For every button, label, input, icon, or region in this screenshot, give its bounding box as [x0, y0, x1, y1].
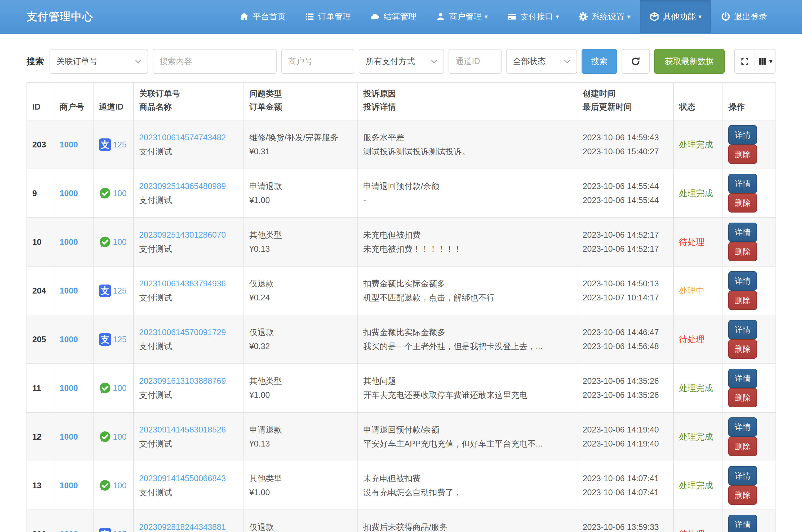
channel-id-link[interactable]: 100: [113, 430, 127, 444]
status-badge: 处理完成: [679, 481, 713, 490]
detail-button[interactable]: 详情: [728, 174, 757, 193]
channel-id-link[interactable]: 125: [113, 284, 127, 298]
merchant-link[interactable]: 1000: [60, 432, 78, 441]
keyword-input[interactable]: [152, 49, 277, 74]
merchant-cell: 1000: [54, 266, 93, 315]
channel-id-link[interactable]: 125: [113, 138, 127, 152]
order-number-link[interactable]: 2023092514301286070: [139, 230, 226, 240]
detail-button[interactable]: 详情: [728, 515, 757, 532]
product-name: 支付测试: [139, 145, 238, 158]
merchant-link[interactable]: 1000: [60, 383, 78, 393]
order-number-link[interactable]: 2023092818244343881: [139, 522, 226, 532]
order-cell: 2023100614574743482支付测试: [133, 120, 244, 169]
merchant-link[interactable]: 1000: [60, 286, 78, 296]
column-header-line: 投诉详情: [363, 100, 571, 114]
paytype-select[interactable]: 所有支付方式: [359, 49, 444, 74]
delete-button[interactable]: 删除: [728, 486, 757, 505]
channel-id-input[interactable]: [449, 49, 502, 74]
detail-button[interactable]: 详情: [728, 271, 757, 291]
merchant-link[interactable]: 1000: [60, 481, 78, 490]
order-number-link[interactable]: 2023100614570091729: [139, 328, 226, 337]
delete-button[interactable]: 删除: [728, 145, 757, 164]
time-cell: 2023-10-06 14:19:402023-10-06 14:19:40: [577, 412, 674, 461]
actions-cell: 详情删除: [723, 266, 776, 315]
order-amount: ¥0.24: [249, 291, 352, 305]
status-badge: 处理完成: [679, 432, 713, 441]
status-cell: 待处理: [674, 510, 723, 532]
merchant-link[interactable]: 1000: [60, 189, 78, 198]
nav-item-cube[interactable]: 其他功能▾: [640, 0, 711, 33]
detail-button[interactable]: 详情: [728, 417, 757, 437]
column-header: 操作: [723, 82, 776, 120]
status-cell: 处理完成: [674, 169, 723, 217]
merchant-link[interactable]: 1000: [60, 238, 78, 247]
merchant-cell: 1000: [54, 412, 93, 461]
nav-item-power[interactable]: 退出登录: [711, 0, 777, 33]
paytype-value: 所有支付方式: [366, 56, 415, 67]
refresh-button[interactable]: [622, 49, 650, 74]
order-number-link[interactable]: 2023100614574743482: [139, 133, 226, 142]
issue-type: 维修/换货/补发/完善服务: [249, 131, 352, 145]
search-field-select[interactable]: 关联订单号: [50, 49, 148, 74]
channel-id-link[interactable]: 100: [113, 478, 127, 493]
channel-id-link[interactable]: 100: [113, 235, 127, 249]
chevron-down-icon: ▾: [698, 14, 701, 20]
column-header: 状态: [674, 82, 723, 120]
nav-item-user[interactable]: 商户管理▾: [426, 0, 497, 33]
order-number-link[interactable]: 2023091613103888769: [139, 376, 226, 386]
status-select[interactable]: 全部状态: [506, 49, 577, 74]
detail-button[interactable]: 详情: [728, 320, 757, 339]
delete-button[interactable]: 删除: [728, 291, 757, 310]
wechat-icon: [99, 431, 111, 443]
channel-id-link[interactable]: 125: [113, 332, 127, 346]
detail-button[interactable]: 详情: [728, 369, 757, 388]
complaint-reason: 服务水平差: [363, 131, 571, 145]
fullscreen-button[interactable]: [734, 49, 755, 74]
columns-button[interactable]: ▾: [755, 49, 776, 74]
column-header-line: 商户号: [60, 100, 88, 114]
updated-time: 2023-10-06 14:55:44: [583, 193, 668, 207]
nav-item-list[interactable]: 订单管理: [295, 0, 361, 33]
issue-cell: 仅退款¥0.24: [244, 266, 358, 315]
delete-button[interactable]: 删除: [728, 193, 757, 212]
channel-id-link[interactable]: 100: [113, 381, 127, 395]
order-number-link[interactable]: 2023100614383794936: [139, 279, 226, 288]
issue-cell: 申请退款¥1.00: [244, 169, 358, 217]
detail-button[interactable]: 详情: [728, 223, 757, 242]
status-cell: 处理完成: [674, 364, 723, 412]
gear-icon: [578, 12, 588, 22]
detail-button[interactable]: 详情: [728, 125, 757, 145]
column-header-line: 操作: [728, 100, 770, 114]
delete-button[interactable]: 删除: [728, 339, 757, 359]
wechat-icon: [99, 479, 111, 492]
product-name: 支付测试: [139, 242, 238, 256]
search-button[interactable]: 搜索: [582, 49, 617, 74]
nav-item-label: 平台首页: [253, 11, 286, 22]
refresh-icon: [630, 56, 641, 67]
delete-button[interactable]: 删除: [728, 437, 757, 456]
fetch-latest-button[interactable]: 获取最新数据: [654, 49, 725, 74]
channel-id-link[interactable]: 125: [113, 527, 127, 532]
chevron-down-icon: ▾: [556, 14, 559, 20]
created-time: 2023-10-06 14:52:17: [583, 228, 668, 242]
complaint-detail: 我买的是一个王者外挂，但是我把卡没登上去，...: [363, 339, 571, 353]
nav-item-cloud[interactable]: 结算管理: [361, 0, 426, 33]
detail-button[interactable]: 详情: [728, 466, 757, 486]
merchant-link[interactable]: 1000: [60, 140, 78, 149]
table-row: 1010001002023092514301286070支付测试其他类型¥0.1…: [27, 217, 776, 266]
status-cell: 处理完成: [674, 120, 723, 169]
delete-button[interactable]: 删除: [728, 242, 757, 261]
order-number-link[interactable]: 2023091414583018526: [139, 425, 226, 434]
merchant-input[interactable]: [281, 49, 354, 74]
channel-id-link[interactable]: 100: [113, 186, 127, 201]
nav-item-gear[interactable]: 系统设置▾: [569, 0, 640, 33]
delete-button[interactable]: 删除: [728, 388, 757, 407]
nav-item-home[interactable]: 平台首页: [230, 0, 295, 33]
column-header: 创建时间最后更新时间: [577, 82, 674, 120]
order-number-link[interactable]: 2023092514365480989: [139, 182, 226, 191]
merchant-link[interactable]: 1000: [60, 530, 78, 532]
complaint-detail: 测试投诉测试投诉测试投诉。: [363, 145, 571, 158]
merchant-link[interactable]: 1000: [60, 335, 78, 344]
order-number-link[interactable]: 2023091414550066843: [139, 474, 226, 483]
nav-item-credit-card[interactable]: 支付接口▾: [497, 0, 569, 33]
